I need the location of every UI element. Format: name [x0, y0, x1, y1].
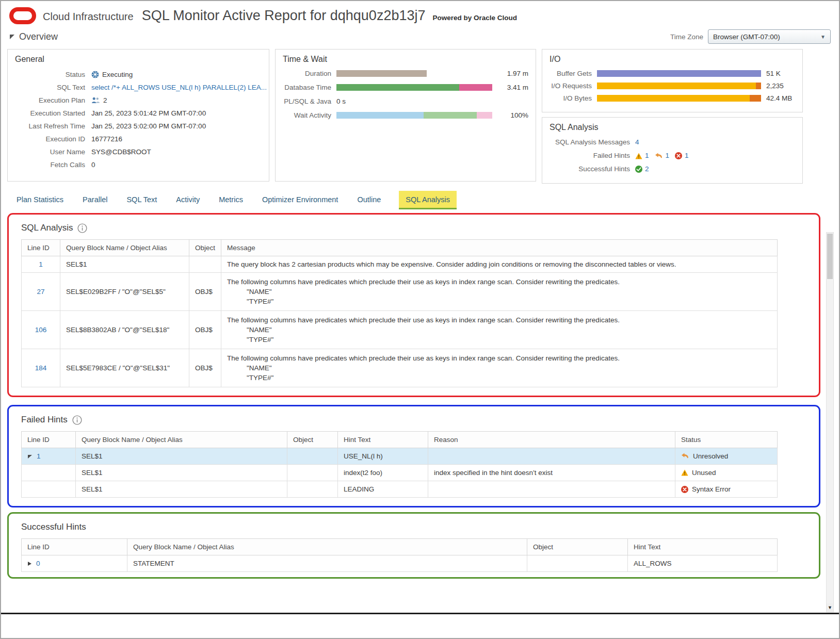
sql-analysis-table: Line ID Query Block Name / Object Alias …	[21, 239, 778, 387]
io-title: I/O	[550, 55, 795, 64]
column-header: Query Block Name / Object Alias	[76, 432, 287, 448]
time-wait-panel: Time & Wait Duration 1.97 m Database Tim…	[275, 49, 536, 182]
overview-bar: Overview Time Zone Browser (GMT-07:00) ▼	[1, 25, 839, 49]
table-row: 1 SEL$1 The query block has 2 cartesian …	[22, 256, 778, 273]
tab-metrics[interactable]: Metrics	[218, 191, 244, 209]
execution-started-value: Jan 25, 2023 5:01:42 PM GMT-07:00	[91, 108, 206, 118]
warning-icon	[635, 153, 642, 159]
timezone-select[interactable]: Browser (GMT-07:00) ▼	[708, 29, 831, 44]
column-header: Object	[527, 539, 628, 555]
io-requests-bar	[597, 83, 761, 89]
error-icon	[681, 486, 688, 493]
wait-activity-bar	[336, 112, 492, 119]
tab-sql-text[interactable]: SQL Text	[125, 191, 158, 209]
column-header: Line ID	[22, 539, 127, 555]
status-value: Executing	[91, 70, 133, 79]
status-badge: Unused	[681, 469, 771, 477]
last-refresh-value: Jan 25, 2023 5:02:00 PM GMT-07:00	[91, 121, 206, 131]
scrollbar-thumb[interactable]	[827, 234, 833, 279]
collapsed-triangle-icon[interactable]	[27, 561, 32, 566]
field-label: SQL Text	[15, 83, 91, 92]
io-panel: I/O Buffer Gets 51 K I/O Requests 2,235 …	[542, 49, 803, 112]
vertical-scrollbar[interactable]: ▼	[826, 232, 834, 612]
unresolved-icon	[655, 153, 663, 159]
successful-hints-table: Line ID Query Block Name / Object Alias …	[21, 538, 778, 572]
table-row[interactable]: SEL$1 index(t2 foo) index specified in t…	[22, 465, 778, 481]
table-row: 106 SEL$8B3802AB / "O"@"SEL$18" OBJ$ The…	[22, 311, 778, 349]
sql-analysis-summary-panel: SQL Analysis SQL Analysis Messages 4 Fai…	[542, 117, 803, 184]
general-panel: General Status Executing SQL Text select…	[7, 49, 269, 182]
chevron-down-icon: ▼	[820, 34, 826, 40]
line-id-link[interactable]: 27	[37, 288, 44, 296]
status-badge: Syntax Error	[681, 485, 771, 493]
tab-parallel[interactable]: Parallel	[82, 191, 108, 209]
report-bottom-edge	[1, 613, 839, 614]
overview-toggle[interactable]: Overview	[9, 31, 58, 42]
status-badge: Unresolved	[681, 452, 771, 460]
user-name-value: SYS@CDB$ROOT	[91, 147, 151, 157]
tab-optimizer-environment[interactable]: Optimizer Environment	[261, 191, 339, 209]
line-id-link[interactable]: 1	[39, 260, 43, 268]
line-id-link[interactable]: 1	[37, 452, 41, 460]
table-row-selected[interactable]: 1 SEL$1 USE_NL(l h) Unresolved	[22, 448, 778, 465]
scrollbar-down-button[interactable]: ▼	[827, 603, 833, 612]
table-row[interactable]: SEL$1 LEADING Syntax Error	[22, 481, 778, 498]
info-icon[interactable]	[72, 415, 82, 425]
database-time-bar	[336, 84, 492, 91]
sql-analysis-section: SQL Analysis Line ID Query Block Name / …	[7, 213, 820, 397]
tab-activity[interactable]: Activity	[175, 191, 201, 209]
column-header: Object	[287, 432, 338, 448]
sql-text-link[interactable]: select /*+ ALL_ROWS USE_NL(l h) PARALLEL…	[91, 83, 267, 92]
collapse-triangle-icon	[9, 34, 15, 40]
table-header-row: Line ID Query Block Name / Object Alias …	[22, 240, 778, 256]
successful-hints-section: Successful Hints Line ID Query Block Nam…	[7, 512, 820, 579]
line-id-link[interactable]: 106	[35, 326, 47, 334]
column-header: Status	[675, 432, 778, 448]
table-header-row: Line ID Query Block Name / Object Alias …	[22, 432, 778, 448]
tab-outline[interactable]: Outline	[356, 191, 382, 209]
column-header: Hint Text	[338, 432, 428, 448]
buffer-gets-bar	[597, 70, 761, 77]
brand-text: Cloud Infrastructure	[43, 11, 134, 23]
field-label: User Name	[15, 147, 91, 157]
field-label: Execution Started	[15, 108, 91, 118]
field-label: Fetch Calls	[15, 160, 91, 170]
column-header: Reason	[428, 432, 675, 448]
table-row[interactable]: 0 STATEMENT ALL_ROWS	[22, 555, 778, 572]
error-icon	[675, 152, 682, 159]
unresolved-icon	[681, 453, 689, 460]
app-header: Cloud Infrastructure SQL Monitor Active …	[1, 1, 839, 25]
expanded-triangle-icon[interactable]	[27, 454, 33, 459]
executing-spinner-icon	[91, 71, 99, 78]
execution-plan-value: 2	[91, 95, 107, 105]
overview-panels: General Status Executing SQL Text select…	[1, 49, 839, 182]
line-id-link[interactable]: 0	[36, 560, 40, 567]
failed-hints-table: Line ID Query Block Name / Object Alias …	[21, 431, 778, 498]
plsql-java-value: 0 s	[336, 97, 346, 105]
tab-sql-analysis[interactable]: SQL Analysis	[399, 191, 457, 209]
timezone-value: Browser (GMT-07:00)	[713, 33, 780, 41]
duration-bar	[336, 70, 492, 77]
failed-hints-section-title: Failed Hints	[21, 415, 68, 425]
line-id-link[interactable]: 184	[35, 364, 47, 372]
column-header: Query Block Name / Object Alias	[60, 240, 189, 256]
column-header: Query Block Name / Object Alias	[127, 539, 527, 555]
warning-icon	[681, 469, 688, 476]
column-header: Message	[221, 240, 778, 256]
info-icon[interactable]	[77, 223, 87, 233]
tab-plan-statistics[interactable]: Plan Statistics	[15, 191, 64, 209]
field-label: Execution ID	[15, 134, 91, 144]
column-header: Line ID	[22, 240, 60, 256]
column-header: Object	[189, 240, 221, 256]
overview-title: Overview	[19, 31, 58, 42]
powered-by-text: Powered by Oracle Cloud	[432, 14, 517, 22]
sql-analysis-section-title: SQL Analysis	[21, 223, 73, 233]
failed-hints-counts: 1 1 1	[635, 151, 689, 160]
sql-analysis-summary-title: SQL Analysis	[550, 123, 795, 132]
messages-count: 4	[635, 138, 639, 147]
success-check-icon	[635, 166, 642, 173]
successful-hints-count: 2	[635, 165, 649, 174]
timezone-label: Time Zone	[670, 33, 703, 41]
page-title: SQL Monitor Active Report for dqhqu0z2b1…	[142, 8, 426, 24]
field-label: Last Refresh Time	[15, 121, 91, 131]
